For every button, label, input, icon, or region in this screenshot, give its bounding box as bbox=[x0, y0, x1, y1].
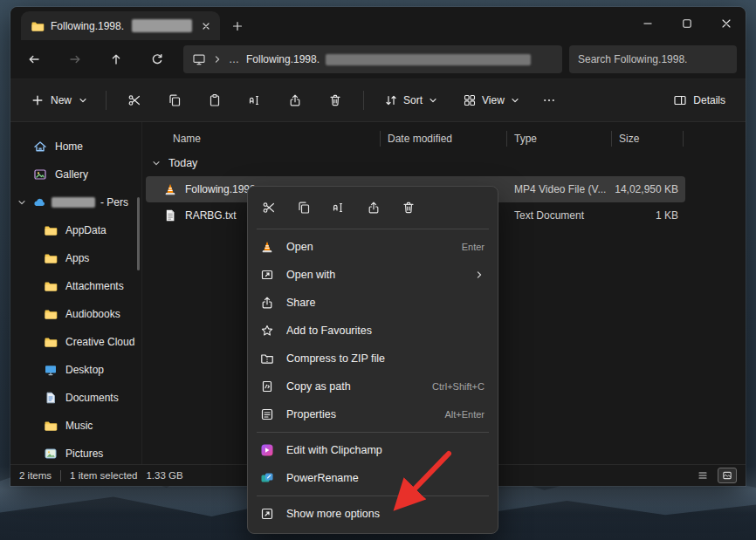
forward-button[interactable] bbox=[60, 44, 90, 74]
context-menu: Open Enter Open with Share Add to Favour… bbox=[247, 186, 498, 534]
details-view-toggle[interactable] bbox=[693, 468, 712, 483]
menu-item-shortcut: Ctrl+Shift+C bbox=[432, 381, 485, 392]
sidebar-item-pictures[interactable]: Pictures bbox=[10, 440, 141, 464]
sidebar-item-documents[interactable]: Documents bbox=[10, 384, 141, 412]
paste-icon bbox=[208, 93, 222, 107]
sidebar-item-audiobooks[interactable]: Audiobooks bbox=[10, 300, 141, 328]
sidebar-item-creative-cloud[interactable]: Creative Cloud bbox=[10, 328, 141, 356]
powerrename-icon bbox=[260, 471, 274, 485]
properties-icon bbox=[260, 407, 274, 421]
toolbar-separator bbox=[363, 91, 364, 110]
copy-button[interactable] bbox=[156, 85, 193, 115]
show-more-icon bbox=[260, 507, 274, 521]
sidebar-item-label: - Pers bbox=[100, 196, 128, 208]
sidebar-item-label: Creative Cloud bbox=[65, 336, 134, 348]
column-header-size[interactable]: Size bbox=[612, 131, 684, 147]
paste-button[interactable] bbox=[196, 85, 233, 115]
breadcrumb-overflow[interactable]: … bbox=[229, 53, 240, 65]
more-options-button[interactable] bbox=[534, 85, 564, 115]
menu-item-label: Copy as path bbox=[286, 380, 420, 393]
column-header-type[interactable]: Type bbox=[507, 131, 612, 147]
file-size: 1 KB bbox=[612, 209, 684, 222]
column-label: Name bbox=[173, 133, 201, 145]
refresh-button[interactable] bbox=[142, 44, 172, 74]
search-input[interactable]: Search Following.1998. bbox=[569, 45, 737, 73]
up-button[interactable] bbox=[101, 44, 131, 74]
sort-button[interactable]: Sort bbox=[375, 85, 447, 115]
maximize-button[interactable] bbox=[667, 7, 706, 40]
context-menu-item-open-with[interactable]: Open with bbox=[252, 261, 493, 289]
new-button[interactable]: New bbox=[21, 85, 98, 115]
context-menu-item-properties[interactable]: Properties Alt+Enter bbox=[252, 400, 493, 428]
details-pane-button[interactable]: Details bbox=[663, 85, 735, 115]
back-button[interactable] bbox=[19, 44, 49, 74]
title-bar: Following.1998. bbox=[10, 7, 746, 40]
context-menu-item-show-more-options[interactable]: Show more options bbox=[252, 500, 493, 528]
column-header-name[interactable]: Name bbox=[142, 131, 381, 147]
close-button[interactable] bbox=[706, 7, 746, 40]
sidebar-item-apps[interactable]: Apps bbox=[10, 244, 141, 272]
address-input[interactable]: … Following.1998. bbox=[183, 45, 562, 73]
this-pc-monitor-icon bbox=[192, 52, 206, 66]
address-bar: … Following.1998. Search Following.1998. bbox=[10, 40, 746, 79]
rename-icon[interactable] bbox=[332, 201, 346, 215]
explorer-tab[interactable]: Following.1998. bbox=[21, 11, 220, 40]
file-type: Text Document bbox=[507, 209, 612, 222]
details-pane-icon bbox=[673, 93, 687, 107]
minimize-button[interactable] bbox=[628, 7, 667, 40]
menu-item-label: Open bbox=[286, 241, 450, 253]
chevron-down-icon bbox=[151, 158, 162, 168]
folder-icon bbox=[44, 223, 58, 237]
new-tab-button[interactable] bbox=[223, 12, 251, 40]
chevron-down-icon[interactable] bbox=[17, 197, 27, 208]
ellipsis-icon bbox=[542, 93, 556, 107]
menu-item-label: Compress to ZIP file bbox=[286, 352, 472, 365]
folder-icon bbox=[44, 307, 58, 321]
sidebar-item-music[interactable]: Music bbox=[10, 412, 141, 440]
context-menu-item-compress-to-zip[interactable]: Compress to ZIP file bbox=[252, 345, 493, 373]
copy-path-icon bbox=[260, 379, 274, 393]
group-header-today[interactable]: Today bbox=[142, 150, 746, 176]
chevron-down-icon bbox=[78, 95, 88, 106]
menu-separator bbox=[257, 229, 489, 229]
search-text: Search Following.1998. bbox=[578, 53, 687, 65]
sidebar-item-gallery[interactable]: Gallery bbox=[10, 161, 141, 188]
cut-icon[interactable] bbox=[262, 201, 276, 215]
context-menu-item-add-to-favourites[interactable]: Add to Favourites bbox=[252, 317, 493, 345]
view-button[interactable]: View bbox=[454, 85, 529, 115]
menu-separator bbox=[257, 432, 489, 433]
sidebar-item-appdata[interactable]: AppData bbox=[10, 216, 141, 244]
sidebar-item-label: Gallery bbox=[55, 168, 88, 181]
share-icon[interactable] bbox=[367, 201, 381, 215]
onedrive-cloud-icon bbox=[32, 195, 46, 209]
column-label: Size bbox=[619, 133, 639, 145]
new-label: New bbox=[51, 94, 72, 106]
sidebar-item-onedrive[interactable]: - Pers bbox=[10, 188, 141, 216]
sidebar-item-attachments[interactable]: Attachments bbox=[10, 272, 141, 300]
tab-close-icon[interactable] bbox=[198, 17, 213, 35]
window-controls bbox=[628, 7, 746, 40]
share-button[interactable] bbox=[277, 85, 313, 115]
text-file-icon bbox=[163, 208, 177, 222]
selection-size: 1.33 GB bbox=[146, 470, 182, 481]
cut-button[interactable] bbox=[116, 85, 153, 115]
context-menu-item-share[interactable]: Share bbox=[252, 289, 493, 317]
sidebar-item-home[interactable]: Home bbox=[10, 133, 141, 161]
large-icons-view-toggle[interactable] bbox=[718, 468, 737, 483]
context-menu-item-powerrename[interactable]: PowerRename bbox=[252, 464, 493, 492]
documents-icon bbox=[44, 391, 58, 405]
context-menu-item-edit-with-clipchamp[interactable]: Edit with Clipchamp bbox=[252, 436, 493, 464]
rename-button[interactable] bbox=[237, 85, 273, 115]
delete-button[interactable] bbox=[317, 85, 354, 115]
copy-icon[interactable] bbox=[297, 201, 311, 215]
group-label: Today bbox=[168, 157, 197, 169]
context-menu-item-copy-as-path[interactable]: Copy as path Ctrl+Shift+C bbox=[252, 373, 493, 400]
sidebar-item-desktop[interactable]: Desktop bbox=[10, 356, 141, 384]
sidebar-scrollbar[interactable] bbox=[137, 197, 140, 270]
context-menu-item-open[interactable]: Open Enter bbox=[252, 233, 493, 261]
breadcrumb-path[interactable]: Following.1998. bbox=[246, 53, 320, 65]
column-header-date-modified[interactable]: Date modified bbox=[381, 131, 507, 147]
tab-title: Following.1998. bbox=[51, 20, 124, 32]
toolbar-separator bbox=[106, 91, 107, 110]
trash-icon[interactable] bbox=[402, 201, 416, 215]
